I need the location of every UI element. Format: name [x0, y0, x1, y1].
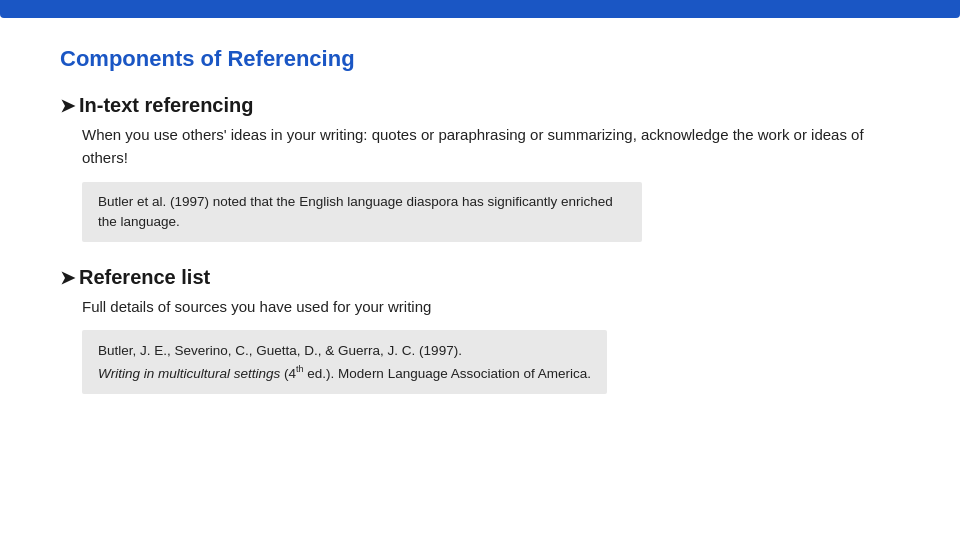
- intext-example-text: Butler et al. (1997) noted that the Engl…: [98, 194, 613, 229]
- reflist-example-italic: Writing in multicultural settings: [98, 365, 280, 380]
- reflist-heading-text: Reference list: [79, 266, 210, 289]
- top-bar: [0, 0, 960, 18]
- slide-content: Components of Referencing ➤ In-text refe…: [0, 18, 960, 438]
- reflist-example-prefix: Butler, J. E., Severino, C., Guetta, D.,…: [98, 343, 462, 358]
- reflist-example-suffix-pre: (4: [280, 365, 296, 380]
- reflist-body: Full details of sources you have used fo…: [82, 295, 900, 318]
- section-reflist: ➤ Reference list Full details of sources…: [60, 266, 900, 394]
- intext-heading-text: In-text referencing: [79, 94, 253, 117]
- reflist-example-sup: th: [296, 364, 304, 374]
- intext-heading: ➤ In-text referencing: [60, 94, 900, 117]
- reflist-example-box: Butler, J. E., Severino, C., Guetta, D.,…: [82, 330, 607, 394]
- section-intext: ➤ In-text referencing When you use other…: [60, 94, 900, 242]
- reflist-heading: ➤ Reference list: [60, 266, 900, 289]
- page-title: Components of Referencing: [60, 46, 900, 72]
- arrow-icon-1: ➤: [60, 95, 75, 117]
- arrow-icon-2: ➤: [60, 267, 75, 289]
- intext-body: When you use others' ideas in your writi…: [82, 123, 900, 170]
- intext-example-box: Butler et al. (1997) noted that the Engl…: [82, 182, 642, 243]
- reflist-example-suffix-post: ed.). Modern Language Association of Ame…: [304, 365, 591, 380]
